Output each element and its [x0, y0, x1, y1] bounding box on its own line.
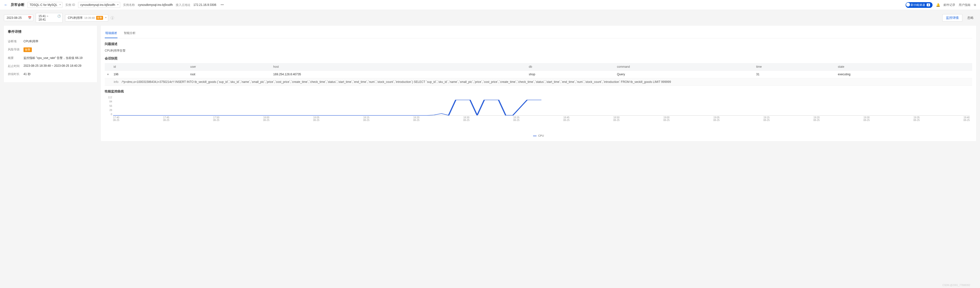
info-value: /*p=dmc,o=100031586434,i=3750214c*/ INSE…	[122, 80, 671, 84]
instance-id-value: cynosdbmysql-ins-bj5rodfh	[80, 3, 115, 6]
expand-toggle-icon[interactable]: ▾	[105, 71, 111, 78]
time-range-picker[interactable]: 15:41 ~ 18:41 🕐	[36, 13, 63, 23]
duration-value: 41 秒	[24, 72, 30, 76]
cell-command: Query	[614, 71, 754, 78]
cell-time: 31	[754, 71, 835, 78]
event-detail-title: 事件详情	[8, 30, 93, 34]
alert-tag: 告警	[96, 16, 103, 20]
table-row[interactable]: ▾ 196 root 169.254.128.6:40735 shop Quer…	[105, 71, 972, 78]
time-range-value: 15:41 ~ 18:41	[38, 14, 48, 21]
col-host: host	[271, 63, 526, 71]
bell-icon[interactable]: 🔔	[936, 3, 940, 7]
time-value: 2023-08-25 18:39:48 ~ 2023-08-25 18:40:2…	[24, 64, 81, 68]
feature-badge-label: 新功能速递	[910, 3, 925, 7]
cell-id: 196	[111, 71, 188, 78]
summary-value: 监控指标 "cpu_use_rate" 告警，当前值 66.19	[24, 56, 83, 60]
diagnosis-label: 诊断项	[8, 40, 22, 44]
metric-name: CPU利用率	[68, 16, 83, 20]
col-command: command	[614, 63, 754, 71]
cell-user: root	[188, 71, 271, 78]
legend-label: CPU	[538, 134, 544, 137]
toolbar: 2023-08-25 📅 15:41 ~ 18:41 🕐 CPU利用率 18:3…	[0, 10, 980, 26]
risk-label: 风险等级	[8, 47, 22, 52]
ignore-button[interactable]: 忽略	[965, 14, 976, 22]
col-db: db	[527, 63, 614, 71]
instance-id-label: 实例 ID	[65, 3, 75, 7]
perf-title: 性能监控曲线	[105, 89, 972, 93]
time-label: 起止时间	[8, 64, 22, 68]
col-expand	[105, 63, 111, 71]
tabs: 现场描述 智能分析	[105, 30, 972, 38]
detail-row-risk: 风险等级 告警	[8, 46, 93, 54]
clock-icon: 🕐	[57, 14, 61, 18]
col-user: user	[188, 63, 271, 71]
chart-svg	[113, 96, 970, 116]
metric-time: 18:39:48	[84, 16, 95, 19]
date-value: 2023-08-25	[6, 16, 22, 19]
mail-log-link[interactable]: 邮件记录	[943, 3, 955, 7]
detail-row-time: 起止时间 2023-08-25 18:39:48 ~ 2023-08-25 18…	[8, 62, 93, 70]
table-info-row: info /*p=dmc,o=100031586434,i=3750214c*/…	[105, 78, 972, 86]
table-header-row: id user host db command time state	[105, 63, 972, 71]
endpoint-value: 172.21.16.9:3306	[193, 3, 216, 6]
instance-id-dropdown[interactable]: cynosdbmysql-ins-bj5rodfh	[78, 2, 121, 8]
feature-count: 4	[927, 3, 930, 6]
user-guide-link[interactable]: 用户指南	[959, 3, 970, 7]
more-icon[interactable]: •••	[219, 3, 226, 6]
tab-live[interactable]: 现场描述	[105, 30, 118, 38]
endpoint-label: 接入点地址	[176, 3, 191, 7]
external-link-icon[interactable]: ⧉	[974, 3, 976, 6]
page-title: 异常诊断	[11, 3, 24, 7]
calendar-icon: 📅	[28, 16, 32, 19]
monitor-detail-button[interactable]: 监控详情	[942, 14, 963, 22]
main: 事件详情 诊断项 CPU利用率 风险等级 告警 概要 监控指标 "cpu_use…	[0, 26, 980, 145]
cell-info: info /*p=dmc,o=100031586434,i=3750214c*/…	[111, 78, 972, 86]
detail-row-summary: 概要 监控指标 "cpu_use_rate" 告警，当前值 66.19	[8, 54, 93, 62]
chart-legend: CPU	[105, 134, 972, 137]
cell-host: 169.254.128.6:40735	[271, 71, 526, 78]
risk-tag: 告警	[24, 47, 32, 52]
col-time: time	[754, 63, 835, 71]
instance-name-value: cynosdbmysql-ins-bj5rodfh	[138, 3, 173, 6]
col-state: state	[835, 63, 972, 71]
instance-name-label: 实例名称	[123, 3, 135, 7]
metric-selector[interactable]: CPU利用率 18:39:48 告警	[65, 14, 108, 22]
product-dropdown-value: TDSQL-C for MySQL	[30, 3, 57, 6]
event-detail-panel: 事件详情 诊断项 CPU利用率 风险等级 告警 概要 监控指标 "cpu_use…	[4, 26, 97, 82]
summary-label: 概要	[8, 56, 22, 60]
back-arrow-icon[interactable]: ←	[4, 3, 8, 7]
detail-row-diagnosis: 诊断项 CPU利用率	[8, 37, 93, 46]
problem-desc: CPU利用率告警	[105, 49, 972, 53]
header-right: 新功能速递 4 🔔 邮件记录 用户指南 ⧉	[905, 2, 976, 8]
info-icon[interactable]: i	[111, 16, 114, 19]
feature-badge[interactable]: 新功能速递 4	[905, 2, 932, 8]
detail-row-duration: 持续时长 41 秒	[8, 70, 93, 78]
session-title: 会话快照	[105, 56, 972, 61]
tab-smart[interactable]: 智能分析	[123, 30, 136, 38]
chart-y-axis: 1128456280	[105, 96, 112, 116]
perf-chart: 1128456280 17:4008-2517:4508-2517:5008-2…	[105, 96, 972, 125]
cell-state: executing	[835, 71, 972, 78]
session-table: id user host db command time state ▾ 196…	[105, 63, 972, 86]
product-dropdown[interactable]: TDSQL-C for MySQL	[27, 2, 62, 8]
page-header: ← 异常诊断 TDSQL-C for MySQL 实例 ID cynosdbmy…	[0, 0, 980, 10]
duration-label: 持续时长	[8, 72, 22, 76]
chart-plot-area	[113, 96, 970, 116]
chart-x-axis: 17:4008-2517:4508-2517:5008-2518:0008-25…	[113, 116, 970, 122]
problem-title: 问题描述	[105, 42, 972, 46]
cell-db: shop	[527, 71, 614, 78]
toolbar-right: 监控详情 忽略	[942, 14, 976, 22]
diagnosis-value: CPU利用率	[24, 40, 38, 44]
legend-line-icon	[533, 136, 536, 136]
right-panel: 现场描述 智能分析 问题描述 CPU利用率告警 会话快照 id user hos…	[101, 26, 976, 141]
info-label: info	[114, 80, 121, 84]
date-picker[interactable]: 2023-08-25 📅	[4, 15, 33, 21]
col-id: id	[111, 63, 188, 71]
